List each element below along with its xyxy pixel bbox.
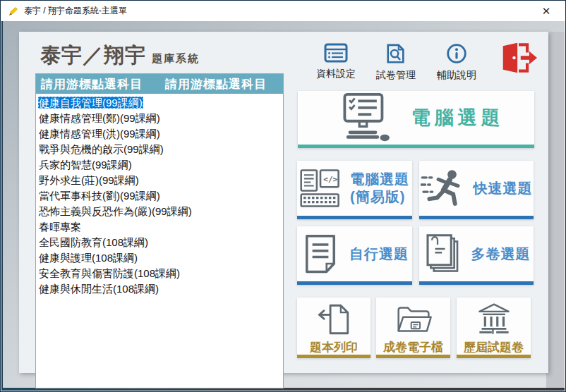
history-papers-button[interactable]: 歷屆試題卷 (457, 298, 531, 358)
toolbar-label: 輔助說明 (437, 69, 476, 82)
button-label: 快速選題 (474, 179, 533, 198)
subject-list-header-left: 請用游標點選科目 (41, 76, 143, 92)
quick-select-button[interactable]: 快速選題 (419, 161, 534, 219)
efile-folder-button[interactable]: 成卷電子檔 (376, 298, 450, 358)
button-label: 自行選題 (349, 245, 409, 264)
list-item[interactable]: 春暉專案 (36, 219, 283, 235)
toolbar-label: 資料設定 (316, 68, 356, 80)
list-item[interactable]: 安全教育與傷害防護(108課綱) (36, 266, 283, 281)
toolbar-item-data-settings[interactable]: 資料設定 (308, 43, 364, 80)
list-item[interactable]: 健康情感管理(鄭)(99課綱) (36, 111, 283, 126)
stacked-papers-icon (423, 234, 462, 274)
button-label: 多卷選題 (471, 245, 531, 264)
title-bar: 泰宇 / 翔宇命題系統-主選單 ✕ (1, 1, 565, 21)
list-item[interactable]: 健康情感管理(洪)(99課綱) (36, 126, 283, 142)
computer-select-simple-button[interactable]: </> 電腦選題 (簡易版) (297, 161, 412, 219)
exam-management-icon (385, 43, 407, 64)
brand-header: 泰宇／翔宇題庫系統 (40, 42, 200, 70)
client-area: 泰宇／翔宇題庫系統 資料設定 (1, 21, 565, 391)
archive-building-icon (475, 303, 513, 336)
button-label: 歷屆試題卷 (464, 339, 524, 355)
list-item[interactable]: 當代軍事科技(劉)(99課綱) (36, 188, 283, 204)
right-edge-strip (546, 32, 565, 391)
button-label: 電腦選題 (411, 105, 505, 130)
list-item[interactable]: 健康自我管理(99課綱) (36, 95, 283, 111)
print-book-button[interactable]: 題本列印 (297, 298, 371, 358)
self-select-button[interactable]: 自行選題 (297, 226, 412, 285)
toolbar-item-exam-management[interactable]: 試卷管理 (368, 43, 424, 82)
subject-list-header: 請用游標點選科目 請用游標點選科目 (36, 74, 283, 94)
list-item[interactable]: 兵家的智慧(99課綱) (36, 157, 283, 173)
brand-name: 泰宇／翔宇 (40, 44, 146, 66)
computer-checklist-icon (328, 92, 396, 143)
running-person-icon (421, 169, 464, 207)
subject-list-header-right: 請用游標點選科目 (165, 76, 267, 92)
button-label: 電腦選題 (簡易版) (350, 171, 409, 206)
list-item[interactable]: 健康與護理(108課綱) (36, 250, 283, 266)
list-item[interactable]: 野外求生(莊)(99課綱) (36, 173, 283, 188)
toolbar-label: 試卷管理 (376, 69, 416, 82)
exit-button[interactable] (500, 40, 537, 77)
computer-select-button[interactable]: 電腦選題 (298, 91, 534, 148)
keyboard-code-icon: </> (300, 169, 341, 208)
help-icon (446, 43, 467, 64)
brand-subtitle: 題庫系統 (152, 52, 200, 64)
list-item[interactable]: 戰爭與危機的啟示(99課綱) (36, 142, 283, 157)
subject-listbox[interactable]: 健康自我管理(99課綱) 健康情感管理(鄭)(99課綱) 健康情感管理(洪)(9… (36, 94, 283, 297)
page-export-icon (313, 303, 354, 336)
close-icon[interactable]: ✕ (534, 1, 558, 21)
app-pen-icon (8, 6, 19, 17)
toolbar-item-help[interactable]: 輔助說明 (428, 43, 485, 82)
multi-paper-select-button[interactable]: 多卷選題 (419, 226, 534, 285)
document-lines-icon (301, 234, 340, 274)
main-panel: 泰宇／翔宇題庫系統 資料設定 (19, 32, 548, 373)
button-label: 成卷電子檔 (383, 339, 443, 355)
data-settings-icon (324, 43, 348, 63)
list-item[interactable]: 全民國防教育(108課綱) (36, 235, 283, 250)
svg-text:</>: </> (323, 175, 337, 184)
subject-list: 請用游標點選科目 請用游標點選科目 健康自我管理(99課綱) 健康情感管理(鄭)… (35, 73, 284, 388)
list-item[interactable]: 健康與休閒生活(108課綱) (36, 281, 283, 297)
button-label: 題本列印 (310, 339, 358, 355)
folder-icon (392, 303, 435, 336)
window-title: 泰宇 / 翔宇命題系統-主選單 (24, 5, 127, 17)
list-item[interactable]: 恐怖主義與反恐作為(嚴)(99課綱) (36, 204, 283, 219)
exit-door-icon (500, 40, 537, 75)
app-window: 泰宇 / 翔宇命題系統-主選單 ✕ 泰宇／翔宇題庫系統 (0, 0, 566, 392)
